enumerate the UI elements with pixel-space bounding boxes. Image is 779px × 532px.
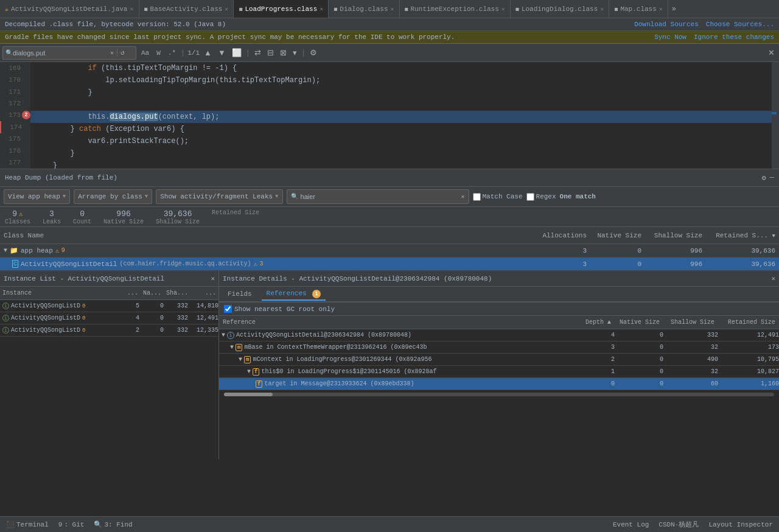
ref-text: mBase in ContextThemeWrapper@2313962416 … xyxy=(244,344,427,351)
ref-row-1[interactable]: ▼ i ActivityQQSongListDetail@2306342984 … xyxy=(219,329,779,341)
filter-btn[interactable]: ▾ xyxy=(291,48,299,57)
instance-row-2[interactable]: i ActivityQQSongListD 0 4 0 332 12,491 xyxy=(0,312,218,324)
find-label: 3: Find xyxy=(104,521,132,528)
expand-icon[interactable]: ⬜ xyxy=(230,48,243,57)
tab-loadprogress[interactable]: ◼ LoadProgress.class ✕ xyxy=(234,0,329,18)
folder-icon: 📁 xyxy=(10,247,18,254)
tab-java[interactable]: ☕ ActivityQQSongListDetail.java ✕ xyxy=(0,0,139,18)
close-icon[interactable]: ✕ xyxy=(391,5,394,13)
heap-search-input[interactable] xyxy=(301,193,459,200)
tab-runtimeex[interactable]: ◼ RuntimeException.class ✕ xyxy=(400,0,511,18)
native-size-col-header[interactable]: Native Size xyxy=(590,232,645,239)
format-btn3[interactable]: ⊠ xyxy=(278,48,288,57)
table-row-app-heap[interactable]: ▼ 📁 app heap ⚠ 9 3 0 996 39,636 xyxy=(0,244,779,257)
fold-arrow-icon[interactable]: ▼ xyxy=(239,356,242,363)
scroll-thumb[interactable] xyxy=(224,393,273,396)
close-search-icon[interactable]: ✕ xyxy=(766,48,777,57)
settings-icon[interactable]: ⚙ xyxy=(308,48,319,57)
clear-search-icon[interactable]: ✕ xyxy=(110,49,114,57)
match-case-checkbox[interactable] xyxy=(473,193,481,201)
retained-size-col-header[interactable]: Retained S... ▼ xyxy=(706,232,779,239)
references-tab[interactable]: References 1 xyxy=(262,289,326,301)
settings-heap-icon[interactable]: ⚙ xyxy=(762,173,766,183)
fold-arrow-icon[interactable]: ▼ xyxy=(230,344,234,351)
format-btn2[interactable]: ⊟ xyxy=(265,48,276,57)
filter-dropdown[interactable]: Show activity/fragment Leaks ▼ xyxy=(156,189,282,204)
instance-row-1[interactable]: i ActivityQQSongListD 0 5 0 332 14,810 xyxy=(0,300,218,312)
prev-match-button[interactable]: ▲ xyxy=(202,48,214,57)
close-icon[interactable]: ✕ xyxy=(225,5,228,13)
minimize-heap-icon[interactable]: — xyxy=(770,173,774,183)
ref-row-2[interactable]: ▼ m mBase in ContextThemeWrapper@2313962… xyxy=(219,341,779,354)
ref-row-5[interactable]: f target in Message@2313933624 (0x89ebd3… xyxy=(219,378,779,390)
regex-icon[interactable]: .* xyxy=(166,48,178,58)
shallow-size-col-header: Shallow Size xyxy=(663,319,718,326)
git-icon: 9 xyxy=(58,521,63,528)
sync-now-link[interactable]: Sync Now xyxy=(654,33,686,41)
clear-heap-search-icon[interactable]: ✕ xyxy=(461,193,464,200)
git-button[interactable]: 9 : Git xyxy=(56,521,87,528)
download-sources-link[interactable]: Download Sources xyxy=(634,21,699,28)
gc-root-checkbox[interactable] xyxy=(224,305,232,313)
event-log-button[interactable]: Event Log xyxy=(610,521,651,528)
layout-inspector-button[interactable]: Layout Inspector xyxy=(706,521,775,528)
instance-panel-close[interactable]: ✕ xyxy=(211,275,215,282)
ref-text: mContext in LoadingProgress@2301269344 (… xyxy=(253,356,431,363)
tab-map[interactable]: ◼ Map.class ✕ xyxy=(609,0,668,18)
case-icon[interactable]: Aa xyxy=(139,48,152,58)
close-icon[interactable]: ✕ xyxy=(501,5,505,13)
view-dropdown[interactable]: View app heap ▼ xyxy=(4,189,70,204)
leaks-value: 3 xyxy=(49,209,54,219)
retained-size-stat: Retained Size xyxy=(212,209,259,216)
refresh-icon[interactable]: ↺ xyxy=(121,49,125,57)
close-icon[interactable]: ✕ xyxy=(320,5,323,13)
close-icon[interactable]: ✕ xyxy=(659,5,663,13)
tab-overflow[interactable]: » xyxy=(668,5,680,13)
allocations-col-header[interactable]: Allocations xyxy=(536,232,590,239)
shallow-size-col-header[interactable]: Shallow Size xyxy=(645,232,706,239)
word-icon[interactable]: W xyxy=(154,48,163,58)
ref-row-4[interactable]: ▼ f this$0 in LoadingProgress$1@23011450… xyxy=(219,366,779,378)
arrange-dropdown[interactable]: Arrange by class ▼ xyxy=(74,189,152,204)
search-input[interactable] xyxy=(13,49,110,57)
find-button[interactable]: 🔍 3: Find xyxy=(91,520,134,528)
expand-arrow-icon[interactable]: ▼ xyxy=(4,247,7,254)
csdn-button[interactable]: CSDN·杨超凡 xyxy=(656,520,701,529)
heap-dump-header: Heap Dump (loaded from file) ⚙ — xyxy=(0,169,779,187)
instance-row-3[interactable]: i ActivityQQSongListD 0 2 0 332 12,335 xyxy=(0,324,218,337)
code-line-177: } xyxy=(30,159,772,169)
tab-loadingdialog[interactable]: ◼ LoadingDialog.class ✕ xyxy=(511,0,609,18)
search-bar: 🔍 ✕ | ↺ Aa W .* | 1/1 ▲ ▼ ⬜ | ⇄ ⊟ ⊠ ▾ | … xyxy=(0,44,779,62)
tab-runtimeex-label: RuntimeException.class xyxy=(411,5,499,13)
ignore-changes-link[interactable]: Ignore these changes xyxy=(694,33,774,41)
tab-dialog[interactable]: ◼ Dialog.class ✕ xyxy=(329,0,399,18)
format-btn1[interactable]: ⇄ xyxy=(253,48,263,57)
instance-panel-title: Instance List - ActivityQQSongListDetail xyxy=(4,275,164,282)
fields-tab[interactable]: Fields xyxy=(223,289,257,300)
close-icon[interactable]: ✕ xyxy=(600,5,604,13)
details-close-icon[interactable]: ✕ xyxy=(771,275,775,282)
info-bar: Decompiled .class file, bytecode version… xyxy=(0,18,779,31)
instance-icon: i xyxy=(2,327,9,334)
next-match-button[interactable]: ▼ xyxy=(216,48,228,57)
ret-col: ... xyxy=(188,290,218,296)
terminal-button[interactable]: ⬛ Terminal xyxy=(4,520,51,528)
depth-col-header[interactable]: Depth ▲ xyxy=(578,319,615,326)
choose-sources-link[interactable]: Choose Sources... xyxy=(706,21,774,28)
class-name-col-header[interactable]: Class Name xyxy=(0,232,536,239)
instance-name: ActivityQQSongListD xyxy=(11,303,80,309)
classes-stat: 9 ⚠ Classes xyxy=(5,209,30,225)
alloc-cell: 3 xyxy=(536,247,590,254)
arrange-dropdown-label: Arrange by class xyxy=(78,193,142,200)
ref-row-3[interactable]: ▼ m mContext in LoadingProgress@23012693… xyxy=(219,354,779,366)
warning-bar: Gradle files have changed since last pro… xyxy=(0,31,779,44)
table-row-activity[interactable]: c ActivityQQSongListDetail (com.haier.fr… xyxy=(0,257,779,271)
close-icon[interactable]: ✕ xyxy=(130,5,133,13)
regex-checkbox[interactable] xyxy=(526,193,534,201)
tab-base[interactable]: ◼ BaseActivity.class ✕ xyxy=(139,0,234,18)
shallow-cell: 332 xyxy=(663,332,718,338)
leaks-stat: 3 Leaks xyxy=(43,209,61,225)
fold-arrow-icon[interactable]: ▼ xyxy=(247,368,251,375)
heap-search-field[interactable]: 🔍 ✕ xyxy=(287,189,469,204)
fold-arrow-icon[interactable]: ▼ xyxy=(222,332,225,338)
